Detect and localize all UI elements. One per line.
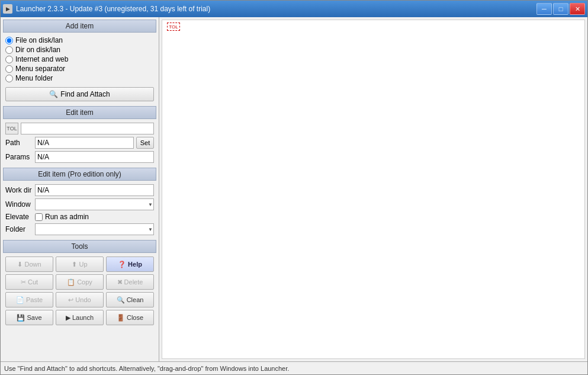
clean-icon: 🔍 (117, 296, 125, 304)
top-icon-area: TOL (167, 23, 180, 31)
radio-folder-text: Menu folder (15, 74, 53, 82)
radio-file-text: File on disk/lan (15, 36, 63, 44)
main-window: ▶ Launcher 2.3.3 - Update #3 (unregister… (0, 0, 588, 375)
find-attach-button[interactable]: 🔍 Find and Attach (5, 87, 154, 101)
folder-select[interactable] (35, 223, 154, 235)
radio-dir-input[interactable] (5, 46, 13, 54)
icon-name-row: TOL (5, 123, 154, 134)
down-button[interactable]: ⬇ Down (5, 257, 53, 272)
edit-item-section: TOL Path Set Params (1, 120, 159, 165)
left-panel: Add item File on disk/lan Dir on disk/la… (1, 17, 159, 361)
workdir-row: Work dir (5, 184, 154, 196)
params-label: Params (5, 153, 33, 161)
radio-dir-text: Dir on disk/lan (15, 46, 60, 54)
down-icon: ⬇ (17, 261, 23, 268)
pro-section: Work dir Window Normal Minimized Maximiz… (1, 182, 159, 238)
clean-button[interactable]: 🔍 Clean (106, 292, 154, 307)
tools-row-3: 📄 Paste ↩ Undo 🔍 Clean (5, 292, 154, 307)
folder-label: Folder (5, 225, 33, 233)
copy-label: Copy (77, 278, 92, 286)
launch-button[interactable]: ▶ Launch (56, 310, 104, 325)
delete-icon: ✖ (117, 278, 123, 286)
undo-label: Undo (75, 296, 91, 303)
tools-section: ⬇ Down ⬆ Up ❓ Help ✂ Cut (1, 254, 159, 328)
help-icon: ❓ (118, 261, 126, 268)
window-row: Window Normal Minimized Maximized ▼ (5, 198, 154, 210)
item-icon-box[interactable]: TOL (5, 123, 18, 134)
radio-web-text: Internet and web (15, 55, 68, 63)
radio-folder-label[interactable]: Menu folder (5, 74, 154, 82)
folder-select-wrapper: ▼ (35, 223, 154, 235)
tools-row-4: 💾 Save ▶ Launch 🚪 Close (5, 310, 154, 325)
radio-file-input[interactable] (5, 37, 13, 44)
radio-folder-input[interactable] (5, 75, 13, 82)
delete-button[interactable]: ✖ Delete (106, 274, 154, 290)
radio-file-label[interactable]: File on disk/lan (5, 36, 154, 44)
workdir-input[interactable] (35, 184, 154, 196)
tools-row-2: ✂ Cut 📋 Copy ✖ Delete (5, 274, 154, 290)
cut-button[interactable]: ✂ Cut (5, 274, 53, 290)
maximize-button[interactable]: □ (553, 3, 568, 15)
app-icon: ▶ (3, 4, 12, 14)
window-label: Window (5, 200, 33, 209)
paste-label: Paste (26, 296, 43, 303)
close-button[interactable]: 🚪 Close (106, 310, 154, 325)
find-attach-label: Find and Attach (60, 90, 110, 98)
cut-icon: ✂ (21, 278, 26, 286)
up-button[interactable]: ⬆ Up (56, 257, 104, 272)
radio-group: File on disk/lan Dir on disk/lan Interne… (1, 34, 159, 85)
close-window-button[interactable]: ✕ (570, 3, 585, 15)
radio-sep-text: Menu separator (15, 65, 65, 73)
paste-icon: 📄 (16, 296, 24, 304)
item-name-input[interactable] (21, 123, 154, 134)
undo-icon: ↩ (68, 296, 73, 304)
path-input[interactable] (35, 137, 134, 149)
edit-item-header: Edit item (3, 106, 156, 119)
window-title: Launcher 2.3.3 - Update #3 (unregistered… (16, 5, 210, 13)
workdir-label: Work dir (5, 186, 33, 194)
radio-sep-label[interactable]: Menu separator (5, 65, 154, 73)
status-bar: Use "Find and Attach" to add shortcuts. … (1, 361, 587, 374)
status-text: Use "Find and Attach" to add shortcuts. … (4, 365, 289, 372)
window-select[interactable]: Normal Minimized Maximized (35, 198, 154, 210)
minimize-button[interactable]: ─ (536, 3, 552, 15)
save-button[interactable]: 💾 Save (5, 310, 53, 325)
launch-label: Launch (72, 314, 94, 321)
up-label: Up (79, 261, 87, 268)
clean-label: Clean (127, 296, 144, 303)
right-panel: TOL (162, 20, 585, 359)
add-item-header: Add item (3, 20, 156, 33)
radio-web-input[interactable] (5, 56, 13, 63)
top-icon-box: TOL (167, 23, 180, 31)
radio-web-label[interactable]: Internet and web (5, 55, 154, 63)
radio-sep-input[interactable] (5, 65, 13, 73)
save-label: Save (27, 314, 41, 321)
copy-icon: 📋 (67, 278, 75, 286)
delete-label: Delete (124, 278, 143, 286)
close-label: Close (127, 314, 143, 321)
run-as-admin-label: Run as admin (45, 213, 89, 221)
top-icon-label: TOL (169, 24, 178, 30)
find-attach-icon: 🔍 (49, 90, 58, 98)
elevate-row: Elevate Run as admin (5, 213, 154, 221)
elevate-label: Elevate (5, 213, 33, 221)
tools-header: Tools (3, 240, 156, 253)
tools-row-1: ⬇ Down ⬆ Up ❓ Help (5, 257, 154, 272)
save-icon: 💾 (17, 314, 25, 322)
copy-button[interactable]: 📋 Copy (56, 274, 104, 290)
window-controls: ─ □ ✕ (536, 3, 585, 15)
set-button[interactable]: Set (136, 137, 154, 149)
item-icon-label: TOL (7, 126, 17, 132)
run-as-admin-checkbox[interactable] (35, 213, 43, 221)
paste-button[interactable]: 📄 Paste (5, 292, 53, 307)
params-row: Params (5, 151, 154, 163)
help-label: Help (128, 261, 142, 268)
help-button[interactable]: ❓ Help (106, 257, 154, 272)
undo-button[interactable]: ↩ Undo (56, 292, 104, 307)
edit-item-pro-header: Edit item (Pro edition only) (3, 168, 156, 181)
params-input[interactable] (35, 151, 154, 163)
folder-row: Folder ▼ (5, 223, 154, 235)
path-label: Path (5, 139, 33, 147)
run-as-admin-row: Run as admin (35, 213, 89, 221)
radio-dir-label[interactable]: Dir on disk/lan (5, 46, 154, 54)
